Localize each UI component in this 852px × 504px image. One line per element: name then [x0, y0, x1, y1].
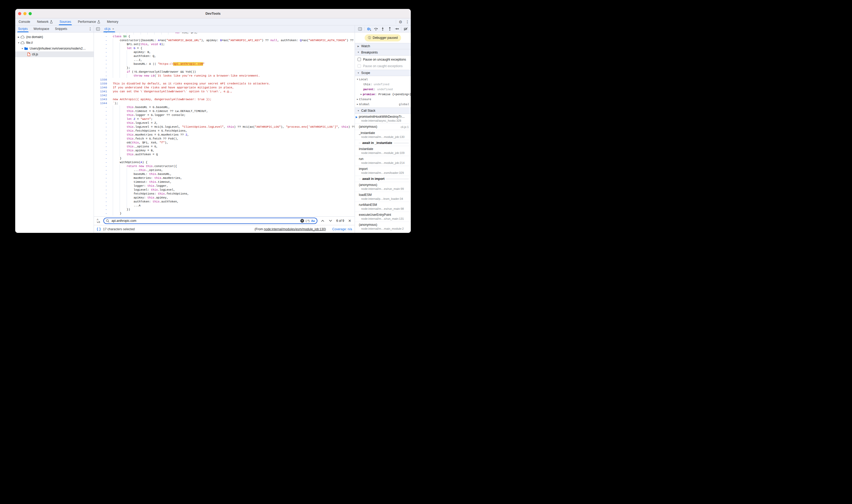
- call-stack-frame[interactable]: (anonymous)node:internal/m…es/run_main:9…: [355, 182, 411, 192]
- tab-memory[interactable]: Memory: [104, 18, 122, 25]
- code-line[interactable]: -this.logger = G.logger ?? console;: [94, 113, 355, 117]
- line-gutter[interactable]: -: [94, 113, 109, 117]
- code-line[interactable]: -logLevel: this.logLevel,: [94, 188, 355, 192]
- match-case-toggle[interactable]: Aa: [311, 219, 315, 222]
- code-line[interactable]: 1341you can set the \`dangerouslyAllowBr…: [94, 90, 355, 94]
- line-gutter[interactable]: -: [94, 180, 109, 184]
- code-editor[interactable]: -var Xs0, $F1;-class $8 {-constructor({b…: [94, 33, 355, 216]
- code-line[interactable]: -withOptions(A) {: [94, 161, 355, 164]
- tab-console[interactable]: Console: [15, 18, 34, 25]
- line-gutter[interactable]: -: [94, 137, 109, 141]
- code-line[interactable]: -throw new L9(`It looks like you're runn…: [94, 74, 355, 78]
- line-gutter[interactable]: -: [94, 172, 109, 176]
- close-find-icon[interactable]: ✕: [347, 219, 352, 223]
- code-line[interactable]: -authToken: Q,: [94, 54, 355, 58]
- tab-network[interactable]: Network: [34, 18, 56, 25]
- line-gutter[interactable]: 1342: [94, 94, 109, 97]
- line-gutter[interactable]: -: [94, 66, 109, 70]
- line-gutter[interactable]: 1344: [94, 102, 109, 105]
- scope-var-promise[interactable]: ▶ promise: Promise {<pending>}: [355, 92, 411, 97]
- code-line[interactable]: -this._options = G,: [94, 145, 355, 149]
- line-gutter[interactable]: -: [94, 196, 109, 200]
- line-gutter[interactable]: -: [94, 74, 109, 78]
- call-stack-frame[interactable]: promiseInitHookWithDestroyTr…node:intern…: [355, 114, 411, 124]
- clear-search-icon[interactable]: ✕: [300, 219, 304, 223]
- close-tab-icon[interactable]: ×: [112, 27, 114, 31]
- code-line[interactable]: 1343new Anthropic({ apiKey, dangerouslyA…: [94, 97, 355, 102]
- line-gutter[interactable]: -: [94, 212, 109, 216]
- tree-item-file-scheme[interactable]: ▼ file://: [15, 40, 94, 46]
- code-line[interactable]: -maxRetries: this.maxRetries,: [94, 176, 355, 180]
- tree-item-no-domain[interactable]: ▶ (no domain): [15, 34, 94, 40]
- code-line[interactable]: -baseURL: this.baseURL,: [94, 172, 355, 176]
- more-options-icon[interactable]: ⋮: [404, 18, 411, 25]
- code-line[interactable]: -this.baseURL = G.baseURL,: [94, 105, 355, 109]
- call-stack-frame[interactable]: instantiatenode:internal/m…module_job:10…: [355, 146, 411, 156]
- line-gutter[interactable]: -: [94, 208, 109, 212]
- toggle-sidebar-icon[interactable]: [356, 25, 363, 33]
- line-gutter[interactable]: -: [94, 117, 109, 121]
- code-line[interactable]: -constructor({baseURL: A=ao("ANTHROPIC_B…: [94, 39, 355, 42]
- line-gutter[interactable]: -: [94, 42, 109, 47]
- line-gutter[interactable]: -: [94, 157, 109, 161]
- line-gutter[interactable]: -: [94, 121, 109, 125]
- resume-script-icon[interactable]: [366, 25, 372, 33]
- toggle-navigator-icon[interactable]: [94, 25, 102, 32]
- line-gutter[interactable]: -: [94, 161, 109, 164]
- code-line[interactable]: -this.maxRetries = G.maxRetries ?? 2,: [94, 133, 355, 137]
- deactivate-breakpoints-icon[interactable]: [402, 25, 409, 33]
- pause-caught-checkbox[interactable]: [357, 64, 361, 68]
- line-gutter[interactable]: -: [94, 141, 109, 145]
- search-input[interactable]: [111, 219, 299, 223]
- line-gutter[interactable]: -: [94, 152, 109, 157]
- code-line[interactable]: -this.logLevel = Z,: [94, 121, 355, 125]
- line-gutter[interactable]: 1343: [94, 97, 109, 102]
- code-line[interactable]: -}: [94, 157, 355, 161]
- step-out-icon[interactable]: [386, 25, 393, 33]
- file-tab-cli-js[interactable]: cli.js ×: [102, 25, 117, 32]
- code-line[interactable]: -baseURL: A || "https://api.anthropic.co…: [94, 62, 355, 66]
- pause-uncaught-row[interactable]: Pause on uncaught exceptions: [355, 56, 411, 63]
- line-gutter[interactable]: -: [94, 33, 109, 35]
- line-gutter[interactable]: 1339: [94, 82, 109, 86]
- chevron-right-icon[interactable]: ▶: [17, 36, 20, 38]
- scope-var-this[interactable]: this: undefined: [355, 82, 411, 87]
- pretty-print-icon[interactable]: { }: [96, 227, 101, 231]
- call-stack-frame[interactable]: executeUserEntryPointnode:internal/m…s/r…: [355, 212, 411, 222]
- step-into-icon[interactable]: [379, 25, 386, 33]
- code-line[interactable]: -...I,: [94, 58, 355, 62]
- code-line[interactable]: -}: [94, 212, 355, 216]
- line-gutter[interactable]: 1341: [94, 90, 109, 94]
- tab-snippets[interactable]: Snippets: [52, 25, 70, 32]
- code-line[interactable]: -logger: this.logger,: [94, 184, 355, 188]
- tree-item-folder[interactable]: ▼ Users/jinhuilee/.nvm/versions/node/v2…: [15, 46, 94, 51]
- code-line[interactable]: -$F1.set(this, void 0);: [94, 42, 355, 47]
- tab-sources[interactable]: Sources: [56, 18, 74, 25]
- line-gutter[interactable]: -: [94, 168, 109, 172]
- line-gutter[interactable]: -: [94, 54, 109, 58]
- regex-toggle[interactable]: (.*): [306, 219, 309, 222]
- line-gutter[interactable]: -: [94, 125, 109, 129]
- scope-closure[interactable]: ▶ Closure: [355, 97, 411, 102]
- line-gutter[interactable]: -: [94, 58, 109, 62]
- step-icon[interactable]: [393, 25, 401, 33]
- chevron-down-icon[interactable]: ▼: [20, 48, 24, 50]
- next-match-icon[interactable]: [328, 220, 333, 222]
- code-line[interactable]: -class $8 {: [94, 35, 355, 39]
- code-line[interactable]: -if (!G.dangerouslyAllowBrowser && Ys0()…: [94, 70, 355, 74]
- replace-toggle-icon[interactable]: A↳B: [96, 218, 101, 223]
- code-line[interactable]: -this.logLevel = Hc1(G.logLevel, "Client…: [94, 125, 355, 129]
- previous-match-icon[interactable]: [320, 220, 325, 222]
- navigator-more-icon[interactable]: ⋮: [87, 25, 94, 32]
- line-gutter[interactable]: -: [94, 176, 109, 180]
- pause-caught-row[interactable]: Pause on caught exceptions: [355, 63, 411, 69]
- code-line[interactable]: -apiKey: this.apiKey,: [94, 196, 355, 200]
- line-gutter[interactable]: -: [94, 149, 109, 152]
- line-gutter[interactable]: -: [94, 70, 109, 74]
- line-gutter[interactable]: -: [94, 109, 109, 113]
- scope-var-parent[interactable]: parent: undefined: [355, 87, 411, 92]
- tree-item-cli-js[interactable]: cli.js: [15, 51, 94, 57]
- section-breakpoints[interactable]: ▼ Breakpoints: [355, 49, 411, 56]
- code-line[interactable]: 1339This is disabled by default, as it r…: [94, 82, 355, 86]
- code-line[interactable]: 1342: [94, 94, 355, 97]
